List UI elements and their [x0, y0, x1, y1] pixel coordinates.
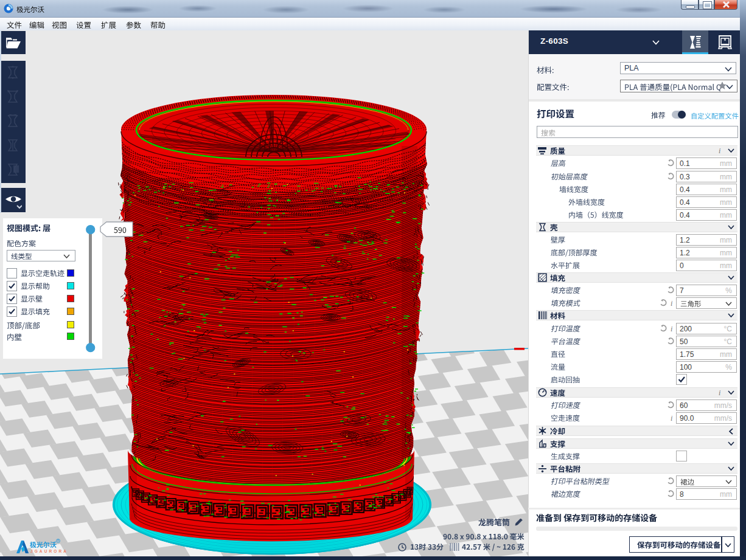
svg-text:i: i	[671, 299, 672, 307]
svg-text:i: i	[719, 389, 720, 396]
svg-text:i: i	[671, 325, 672, 333]
svg-text:i: i	[719, 147, 720, 154]
svg-text:i: i	[671, 414, 672, 422]
